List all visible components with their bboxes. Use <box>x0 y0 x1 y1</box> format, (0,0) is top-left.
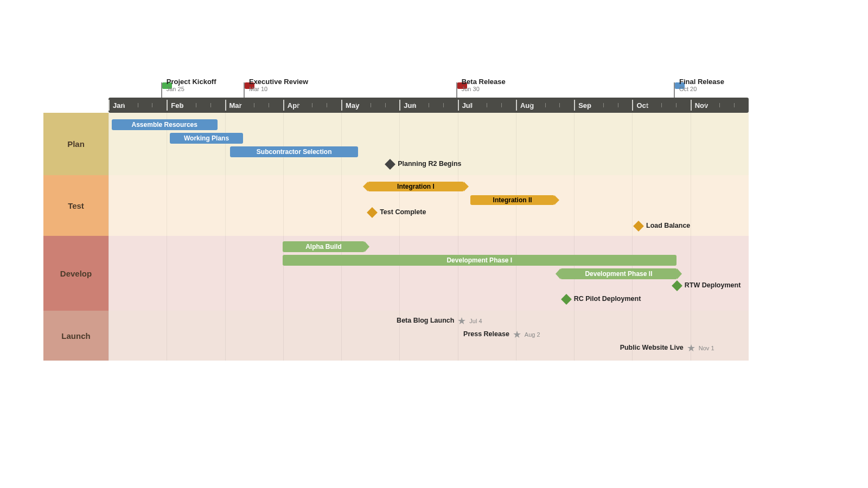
task-bar-label: Integration II <box>493 196 532 204</box>
milestone-date: Jun 30 <box>462 86 506 92</box>
month-minor-tick <box>472 103 473 107</box>
month-label: Sep <box>578 98 591 113</box>
diamond-milestone <box>385 159 395 170</box>
diamond-milestone-label: Test Complete <box>380 208 426 216</box>
task-bar: Development Phase II <box>560 268 677 279</box>
month-minor-tick <box>327 103 327 107</box>
month-minor-tick <box>676 103 676 107</box>
month-minor-tick <box>487 103 487 107</box>
task-bar-label: Working Plans <box>184 134 229 142</box>
month-minor-tick <box>559 103 560 107</box>
task-bar: Working Plans <box>170 133 243 144</box>
gantt-chart: Project KickoffJan 25Executive ReviewMar… <box>43 65 749 361</box>
month-tick <box>399 100 400 111</box>
month-minor-tick <box>385 103 386 107</box>
row-plan: Plan Assemble ResourcesWorking PlansSubc… <box>43 113 749 175</box>
task-bar: Integration I <box>368 182 464 191</box>
row-plan-label: Plan <box>43 113 108 175</box>
swimlanes: Plan Assemble ResourcesWorking PlansSubc… <box>43 113 749 361</box>
row-develop: Develop Alpha BuildDevelopment Phase IDe… <box>43 236 749 311</box>
task-bar-label: Alpha Build <box>305 243 342 251</box>
row-plan-body: Assemble ResourcesWorking PlansSubcontra… <box>108 113 749 175</box>
month-minor-tick <box>123 103 124 107</box>
month-minor-tick <box>254 103 254 107</box>
month-minor-tick <box>298 103 298 107</box>
month-minor-tick <box>312 103 312 107</box>
task-bar: Subcontractor Selection <box>230 146 358 157</box>
milestone-title: Final Release <box>679 78 724 86</box>
row-develop-label: Develop <box>43 236 108 311</box>
month-minor-tick <box>545 103 546 107</box>
task-bar-label: Development Phase I <box>446 256 512 264</box>
month-minor-tick <box>443 103 444 107</box>
task-bar: Development Phase I <box>283 255 676 266</box>
star-icon: ★ <box>457 316 466 326</box>
month-minor-tick <box>371 103 371 107</box>
timeline-months-bar: JanFebMarAprMayJunJulAugSepOctNov <box>108 98 749 113</box>
row-launch-body: ★Beta Blog LaunchJul 4★Press ReleaseAug … <box>108 311 749 361</box>
month-tick <box>691 100 692 111</box>
month-tick <box>108 100 110 111</box>
milestone-date: Mar 10 <box>249 86 308 92</box>
month-minor-tick <box>152 103 152 107</box>
task-bar: Assemble Resources <box>112 119 218 130</box>
diamond-milestone-label: RC Pilot Deployment <box>574 295 641 303</box>
month-minor-tick <box>196 103 196 107</box>
diamond-milestone <box>367 207 378 218</box>
diamond-milestone-label: Planning R2 Begins <box>398 160 461 168</box>
month-tick <box>283 100 284 111</box>
diamond-milestone <box>672 280 682 291</box>
row-test-body: Integration IIntegration IITest Complete… <box>108 175 749 236</box>
diamond-milestone <box>633 221 644 232</box>
month-minor-tick <box>719 103 720 107</box>
launch-event-date: Nov 1 <box>699 345 714 351</box>
month-minor-tick <box>429 103 429 107</box>
task-bar: Integration II <box>470 195 555 205</box>
month-tick <box>341 100 342 111</box>
month-minor-tick <box>239 103 240 107</box>
month-minor-tick <box>734 103 735 107</box>
launch-event-label: Public Website Live <box>620 344 684 351</box>
month-tick <box>225 100 226 111</box>
row-launch: Launch ★Beta Blog LaunchJul 4★Press Rele… <box>43 311 749 361</box>
milestone-date: Jan 25 <box>167 86 216 92</box>
month-tick <box>516 100 517 111</box>
diamond-milestone <box>561 294 572 305</box>
month-minor-tick <box>138 103 138 107</box>
row-develop-body: Alpha BuildDevelopment Phase IDevelopmen… <box>108 236 749 311</box>
month-tick <box>458 100 459 111</box>
launch-event-label: Beta Blog Launch <box>397 317 454 324</box>
month-minor-tick <box>661 103 662 107</box>
launch-event-date: Jul 4 <box>469 318 482 324</box>
month-tick <box>167 100 168 111</box>
month-minor-tick <box>414 103 414 107</box>
diamond-milestone-label: Load Balance <box>646 222 690 229</box>
month-minor-tick <box>589 103 589 107</box>
month-minor-tick <box>356 103 356 107</box>
month-minor-tick <box>705 103 706 107</box>
month-label: Nov <box>695 98 709 113</box>
month-minor-tick <box>647 103 647 107</box>
milestone-date: Oct 20 <box>679 86 724 92</box>
row-test-label: Test <box>43 175 108 236</box>
task-bar-label: Integration I <box>397 183 435 190</box>
month-minor-tick <box>531 103 531 107</box>
month-label: May <box>346 98 359 113</box>
star-icon: ★ <box>513 330 521 339</box>
month-tick <box>632 100 633 111</box>
milestone-title: Project Kickoff <box>167 78 216 86</box>
month-minor-tick <box>618 103 618 107</box>
launch-event-label: Press Release <box>463 330 509 338</box>
month-minor-tick <box>210 103 211 107</box>
row-test: Test Integration IIntegration IITest Com… <box>43 175 749 236</box>
task-bar-label: Development Phase II <box>585 270 652 278</box>
row-launch-label: Launch <box>43 311 108 361</box>
month-minor-tick <box>181 103 182 107</box>
task-bar-label: Assemble Resources <box>132 121 197 129</box>
star-icon: ★ <box>687 343 695 353</box>
task-bar-label: Subcontractor Selection <box>257 148 332 156</box>
month-tick <box>574 100 575 111</box>
milestone-flags-area: Project KickoffJan 25Executive ReviewMar… <box>43 65 749 98</box>
month-minor-tick <box>269 103 269 107</box>
milestone-title: Executive Review <box>249 78 308 86</box>
